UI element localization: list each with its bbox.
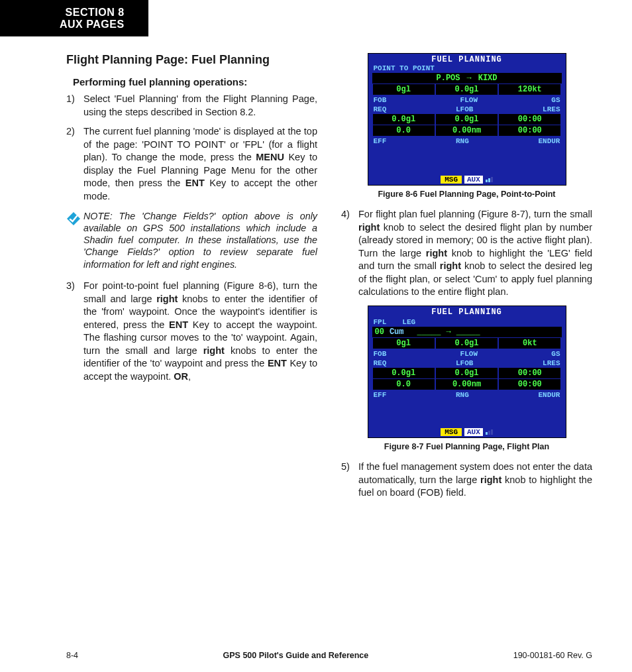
gps-route: 00 Cum _____ → _____	[372, 327, 562, 337]
gps-values-row: 0.0gl 0.0gl 00:00	[372, 114, 562, 125]
gps-value: 0.0gl	[436, 368, 498, 378]
gps-mode: POINT TO POINT	[368, 64, 566, 72]
gps-label: FLOW	[460, 350, 478, 358]
gps-screen: FUEL PLANNING POINT TO POINT P.POS → KIX…	[368, 53, 566, 186]
gps-label: FOB	[374, 350, 387, 358]
page-bars-icon	[486, 177, 493, 182]
step-number: 4)	[341, 208, 358, 299]
right-column: FUEL PLANNING POINT TO POINT P.POS → KIX…	[341, 53, 592, 632]
gps-value: 0kt	[499, 338, 560, 349]
steps-list: 1) Select 'Fuel Planning' from the Fligh…	[66, 93, 317, 203]
route-from: _____	[417, 327, 441, 337]
gps-label: ENDUR	[538, 391, 560, 399]
gps-label: LRES	[543, 359, 560, 367]
section-number: SECTION 8	[60, 7, 125, 19]
right-knob: right	[156, 294, 178, 304]
gps-value: 0.0	[373, 125, 435, 136]
ent-key: ENT	[169, 319, 188, 330]
gps-value: 00:00	[499, 114, 560, 125]
text: ,	[188, 371, 191, 382]
ent-key: ENT	[268, 358, 287, 368]
note-text: NOTE: The 'Change Fields?' option above …	[83, 210, 317, 270]
gps-values-row: 0.0 0.00nm 00:00	[372, 125, 562, 136]
gps-value: 0.00nm	[436, 379, 498, 390]
gps-screen: FUEL PLANNING FPL LEG 00 Cum _____ → ___…	[368, 306, 566, 438]
gps-labels-row: FOB FLOW GS	[368, 350, 566, 358]
gps-value: 0.0gl	[373, 368, 435, 378]
text: For flight plan fuel planning (Figure 8-…	[358, 209, 592, 219]
or-text: OR	[174, 371, 188, 382]
gps-value: 0gl	[373, 338, 435, 349]
content-columns: Flight Planning Page: Fuel Planning Perf…	[66, 53, 592, 632]
figure-8-7: FUEL PLANNING FPL LEG 00 Cum _____ → ___…	[368, 306, 566, 438]
page-bars-icon	[486, 429, 493, 435]
gps-value: 00:00	[499, 368, 560, 378]
gps-label: FOB	[374, 96, 387, 104]
gps-labels-row: REQ LFOB LRES	[368, 105, 566, 113]
step-4: 4) For flight plan fuel planning (Figure…	[341, 208, 592, 299]
msg-indicator: MSG	[441, 176, 462, 184]
gps-labels-row: REQ LFOB LRES	[368, 359, 566, 367]
gps-value: 00:00	[499, 379, 560, 390]
gps-value: 0.0gl	[436, 114, 498, 125]
gps-value: 120kt	[499, 84, 560, 95]
page-footer: 8-4 GPS 500 Pilot's Guide and Reference …	[66, 651, 592, 660]
figure-caption: Figure 8-7 Fuel Planning Page, Flight Pl…	[341, 442, 592, 451]
gps-label: RNG	[456, 391, 469, 399]
steps-list-right-2: 5) If the fuel management system does no…	[341, 461, 592, 500]
step-number: 1)	[66, 93, 83, 119]
right-knob: right	[426, 248, 447, 258]
route-from: P.POS	[436, 74, 460, 83]
step-body: For flight plan fuel planning (Figure 8-…	[358, 208, 592, 299]
gps-label: LFOB	[456, 105, 473, 113]
step-body: For point-to-point fuel planning (Figure…	[83, 280, 317, 384]
aux-indicator: AUX	[464, 428, 483, 436]
steps-list-cont: 3) For point-to-point fuel planning (Fig…	[66, 280, 317, 384]
fpl-number: 00	[375, 327, 384, 337]
step-1: 1) Select 'Fuel Planning' from the Fligh…	[66, 93, 317, 119]
step-number: 3)	[66, 280, 83, 384]
gps-mode-row: FPL LEG	[368, 318, 566, 326]
route-to: _____	[456, 327, 480, 337]
gps-label: LFOB	[456, 359, 473, 367]
revision: 190-00181-60 Rev. G	[513, 651, 592, 660]
figure-8-6: FUEL PLANNING POINT TO POINT P.POS → KIX…	[368, 53, 566, 186]
step-body: The current fuel planning 'mode' is disp…	[83, 125, 317, 203]
route-to: KIXD	[478, 74, 498, 83]
gps-value: 00:00	[499, 125, 560, 136]
gps-label: REQ	[374, 359, 387, 367]
steps-list-right: 4) For flight plan fuel planning (Figure…	[341, 208, 592, 299]
right-knob: right	[203, 345, 225, 356]
gps-label: ENDUR	[538, 137, 560, 145]
gps-label: EFF	[374, 391, 387, 399]
gps-value: 0.00nm	[436, 125, 498, 136]
page-number: 8-4	[66, 651, 78, 660]
gps-label: EFF	[374, 137, 387, 145]
route-arrow-icon: →	[447, 327, 451, 337]
gps-values-row: 0gl 0.0gl 0kt	[372, 338, 562, 349]
gps-status-bar: MSG AUX	[368, 176, 566, 184]
note-icon	[66, 210, 83, 270]
gps-status-bar: MSG AUX	[368, 428, 566, 436]
page-title: Flight Planning Page: Fuel Planning	[66, 53, 317, 67]
gps-values-row: 0.0 0.00nm 00:00	[372, 379, 562, 390]
gps-value: 0.0	[373, 379, 435, 390]
gps-mode-leg: LEG	[402, 318, 415, 326]
step-2: 2) The current fuel planning 'mode' is d…	[66, 125, 317, 203]
gps-title: FUEL PLANNING	[368, 306, 566, 317]
gps-label: GS	[551, 96, 560, 104]
leg-value: Cum	[390, 327, 404, 337]
left-column: Flight Planning Page: Fuel Planning Perf…	[66, 53, 317, 632]
gps-value: 0.0gl	[436, 338, 498, 349]
gps-value: 0.0gl	[373, 114, 435, 125]
gps-labels-row: EFF RNG ENDUR	[368, 137, 566, 145]
book-title: GPS 500 Pilot's Guide and Reference	[223, 651, 369, 660]
gps-labels-row: EFF RNG ENDUR	[368, 391, 566, 399]
gps-mode-fpl: FPL	[374, 318, 387, 326]
menu-key: MENU	[256, 152, 284, 162]
subheading: Performing fuel planning operations:	[73, 76, 317, 87]
figure-caption: Figure 8-6 Fuel Planning Page, Point-to-…	[341, 190, 592, 199]
gps-label: LRES	[543, 105, 560, 113]
note-block: NOTE: The 'Change Fields?' option above …	[66, 210, 317, 270]
gps-title: FUEL PLANNING	[368, 54, 566, 64]
